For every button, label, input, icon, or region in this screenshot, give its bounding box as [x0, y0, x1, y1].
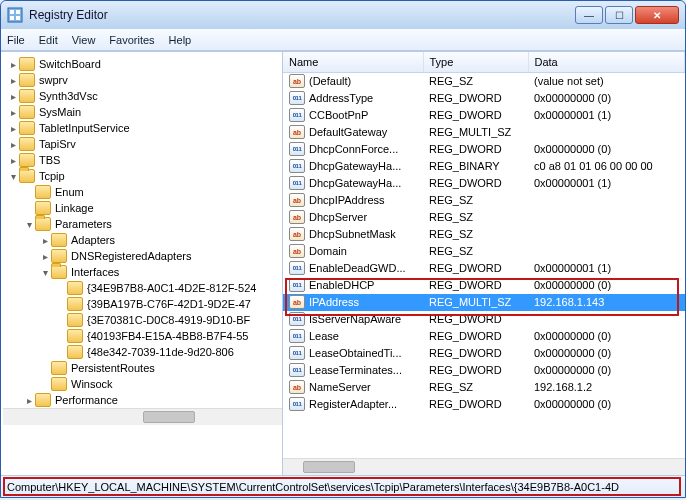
- value-row[interactable]: AddressTypeREG_DWORD0x00000000 (0): [283, 90, 685, 107]
- tree-item[interactable]: {40193FB4-E15A-4BB8-B7F4-55: [3, 328, 282, 344]
- spacer-icon: [55, 346, 67, 358]
- chevron-right-icon[interactable]: ▸: [7, 58, 19, 70]
- tree-item[interactable]: ▸DNSRegisteredAdapters: [3, 248, 282, 264]
- string-value-icon: [289, 125, 305, 139]
- value-row[interactable]: LeaseObtainedTi...REG_DWORD0x00000000 (0…: [283, 345, 685, 362]
- string-value-icon: [289, 193, 305, 207]
- value-name: DhcpGatewayHa...: [309, 160, 401, 172]
- scrollbar-horizontal[interactable]: [283, 458, 685, 475]
- value-data: 0x00000001 (1): [528, 107, 685, 124]
- tree-item[interactable]: {3E70381C-D0C8-4919-9D10-BF: [3, 312, 282, 328]
- menu-edit[interactable]: Edit: [39, 34, 58, 46]
- value-name: DhcpServer: [309, 211, 367, 223]
- tree-item-label: Parameters: [55, 218, 112, 230]
- tree-item[interactable]: ▸TBS: [3, 152, 282, 168]
- scrollbar-horizontal[interactable]: [3, 408, 282, 425]
- value-row[interactable]: DhcpSubnetMaskREG_SZ: [283, 226, 685, 243]
- chevron-right-icon[interactable]: ▸: [39, 234, 51, 246]
- value-row[interactable]: EnableDHCPREG_DWORD0x00000000 (0): [283, 277, 685, 294]
- values-pane[interactable]: Name Type Data (Default)REG_SZ(value not…: [283, 52, 685, 475]
- maximize-button[interactable]: ☐: [605, 6, 633, 24]
- col-header-data[interactable]: Data: [528, 52, 685, 72]
- tree-item[interactable]: Winsock: [3, 376, 282, 392]
- titlebar[interactable]: Registry Editor — ☐ ✕: [1, 1, 685, 29]
- value-type: REG_DWORD: [423, 277, 528, 294]
- tree-item[interactable]: ▸Synth3dVsc: [3, 88, 282, 104]
- tree-item[interactable]: ▸Performance: [3, 392, 282, 408]
- chevron-right-icon[interactable]: ▸: [39, 250, 51, 262]
- spacer-icon: [39, 378, 51, 390]
- close-button[interactable]: ✕: [635, 6, 679, 24]
- menu-help[interactable]: Help: [169, 34, 192, 46]
- value-row[interactable]: DhcpServerREG_SZ: [283, 209, 685, 226]
- tree-item[interactable]: {34E9B7B8-A0C1-4D2E-812F-524: [3, 280, 282, 296]
- chevron-right-icon[interactable]: ▸: [7, 90, 19, 102]
- value-row[interactable]: DhcpGatewayHa...REG_DWORD0x00000001 (1): [283, 175, 685, 192]
- chevron-down-icon[interactable]: ▾: [7, 170, 19, 182]
- value-name: AddressType: [309, 92, 373, 104]
- tree-item[interactable]: ▾Tcpip: [3, 168, 282, 184]
- value-row[interactable]: DhcpConnForce...REG_DWORD0x00000000 (0): [283, 141, 685, 158]
- col-header-type[interactable]: Type: [423, 52, 528, 72]
- spacer-icon: [23, 186, 35, 198]
- tree-item[interactable]: {48e342-7039-11de-9d20-806: [3, 344, 282, 360]
- tree-item[interactable]: {39BA197B-C76F-42D1-9D2E-47: [3, 296, 282, 312]
- tree-pane[interactable]: ▸SwitchBoard▸swprv▸Synth3dVsc▸SysMain▸Ta…: [1, 52, 283, 475]
- tree-item[interactable]: ▾Parameters: [3, 216, 282, 232]
- value-data: 0x00000000 (0): [528, 345, 685, 362]
- value-type: REG_SZ: [423, 379, 528, 396]
- value-row[interactable]: IsServerNapAwareREG_DWORD: [283, 311, 685, 328]
- tree-item[interactable]: ▸TabletInputService: [3, 120, 282, 136]
- chevron-right-icon[interactable]: ▸: [7, 122, 19, 134]
- value-row[interactable]: EnableDeadGWD...REG_DWORD0x00000001 (1): [283, 260, 685, 277]
- tree-item-label: Tcpip: [39, 170, 65, 182]
- value-row[interactable]: LeaseTerminates...REG_DWORD0x00000000 (0…: [283, 362, 685, 379]
- tree-item-label: {3E70381C-D0C8-4919-9D10-BF: [87, 314, 250, 326]
- chevron-down-icon[interactable]: ▾: [39, 266, 51, 278]
- chevron-right-icon[interactable]: ▸: [7, 154, 19, 166]
- value-row[interactable]: DomainREG_SZ: [283, 243, 685, 260]
- value-name: IsServerNapAware: [309, 313, 401, 325]
- tree-item[interactable]: PersistentRoutes: [3, 360, 282, 376]
- value-row[interactable]: CCBootPnPREG_DWORD0x00000001 (1): [283, 107, 685, 124]
- menu-view[interactable]: View: [72, 34, 96, 46]
- menu-file[interactable]: File: [7, 34, 25, 46]
- tree-item[interactable]: ▾Interfaces: [3, 264, 282, 280]
- tree-item[interactable]: ▸SwitchBoard: [3, 56, 282, 72]
- folder-icon: [35, 201, 51, 215]
- value-row[interactable]: NameServerREG_SZ192.168.1.2: [283, 379, 685, 396]
- statusbar: Computer\HKEY_LOCAL_MACHINE\SYSTEM\Curre…: [1, 475, 685, 497]
- menu-favorites[interactable]: Favorites: [109, 34, 154, 46]
- value-data: 0x00000000 (0): [528, 362, 685, 379]
- value-row[interactable]: LeaseREG_DWORD0x00000000 (0): [283, 328, 685, 345]
- tree-item[interactable]: ▸TapiSrv: [3, 136, 282, 152]
- tree-item[interactable]: Linkage: [3, 200, 282, 216]
- tree-item-label: TBS: [39, 154, 60, 166]
- tree-item[interactable]: Enum: [3, 184, 282, 200]
- value-data: 0x00000000 (0): [528, 396, 685, 413]
- tree-item[interactable]: ▸Adapters: [3, 232, 282, 248]
- col-header-name[interactable]: Name: [283, 52, 423, 72]
- svg-rect-3: [10, 16, 14, 20]
- binary-value-icon: [289, 142, 305, 156]
- value-type: REG_MULTI_SZ: [423, 124, 528, 141]
- chevron-right-icon[interactable]: ▸: [7, 106, 19, 118]
- value-row[interactable]: IPAddressREG_MULTI_SZ192.168.1.143: [283, 294, 685, 311]
- chevron-down-icon[interactable]: ▾: [23, 218, 35, 230]
- minimize-button[interactable]: —: [575, 6, 603, 24]
- string-value-icon: [289, 227, 305, 241]
- tree-item-label: Performance: [55, 394, 118, 406]
- value-row[interactable]: (Default)REG_SZ(value not set): [283, 72, 685, 90]
- value-row[interactable]: DhcpIPAddressREG_SZ: [283, 192, 685, 209]
- value-row[interactable]: DhcpGatewayHa...REG_BINARYc0 a8 01 01 06…: [283, 158, 685, 175]
- value-row[interactable]: DefaultGatewayREG_MULTI_SZ: [283, 124, 685, 141]
- chevron-right-icon[interactable]: ▸: [7, 74, 19, 86]
- chevron-right-icon[interactable]: ▸: [23, 394, 35, 406]
- chevron-right-icon[interactable]: ▸: [7, 138, 19, 150]
- value-type: REG_SZ: [423, 243, 528, 260]
- tree-item-label: Adapters: [71, 234, 115, 246]
- tree-item[interactable]: ▸SysMain: [3, 104, 282, 120]
- value-row[interactable]: RegisterAdapter...REG_DWORD0x00000000 (0…: [283, 396, 685, 413]
- folder-icon: [51, 361, 67, 375]
- tree-item[interactable]: ▸swprv: [3, 72, 282, 88]
